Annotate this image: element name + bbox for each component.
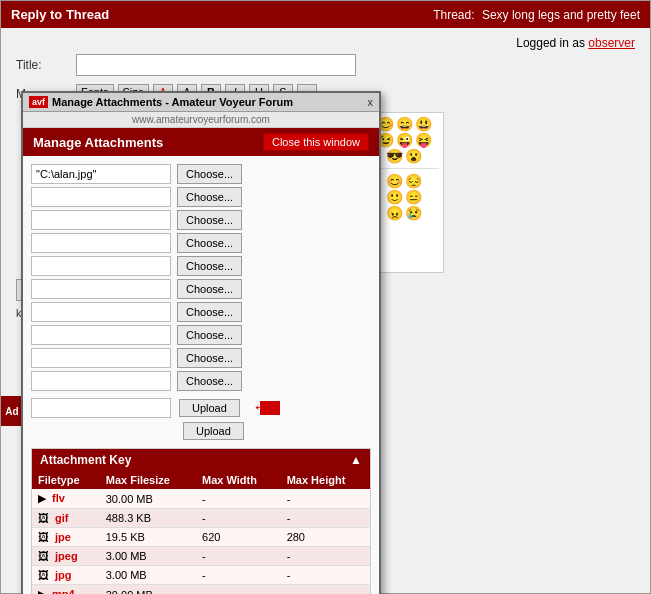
width-cell: - [196,547,281,566]
upload-button[interactable]: Upload [179,399,240,417]
modal-body: Choose... Choose... Choose... Choose... [23,156,379,594]
attachment-key-header: Attachment Key ▲ [32,449,370,471]
attachment-key: Attachment Key ▲ Filetype Max Filesize M… [31,448,371,594]
table-row: ▶ mp4 30.00 MB - - [32,585,370,595]
emoji-12[interactable]: 😑 [405,190,422,204]
attachment-input-6[interactable] [31,279,171,299]
modal-subtitle: www.amateurvoyeurforum.com [23,112,379,128]
choose-button-3[interactable]: Choose... [177,210,242,230]
modal-title: Manage Attachments - Amateur Voyeur Foru… [52,96,293,108]
width-cell: - [196,509,281,528]
emoji-8[interactable]: 😮 [405,149,422,163]
attachment-row-9: Choose... [31,348,371,368]
table-row: 🖼 jpe 19.5 KB 620 280 [32,528,370,547]
choose-button-6[interactable]: Choose... [177,279,242,299]
main-header: Reply to Thread Thread: Sexy long legs a… [1,1,650,28]
title-input[interactable] [76,54,356,76]
filetype-cell: ▶ mp4 [32,585,100,595]
login-info: Logged in as observer [16,36,635,50]
height-cell: - [281,566,370,585]
height-cell: 280 [281,528,370,547]
emoji-2[interactable]: 😄 [396,117,413,131]
attachment-input-8[interactable] [31,325,171,345]
close-window-button[interactable]: Close this window [263,133,369,151]
height-cell: - [281,547,370,566]
col-filesize: Max Filesize [100,471,196,489]
emoji-13[interactable]: 😠 [386,206,403,220]
attachment-input-1[interactable] [31,164,171,184]
filetype-link[interactable]: flv [52,492,65,504]
table-row: 🖼 jpeg 3.00 MB - - [32,547,370,566]
thread-info: Thread: Sexy long legs and pretty feet [433,8,640,22]
filesize-cell: 19.5 KB [100,528,196,547]
col-height: Max Height [281,471,370,489]
title-label: Title: [16,58,76,72]
filesize-cell: 30.00 MB [100,489,196,509]
username-link[interactable]: observer [588,36,635,50]
manage-attachments-modal: avf Manage Attachments - Amateur Voyeur … [21,91,381,594]
emoji-7[interactable]: 😎 [386,149,403,163]
attachment-input-9[interactable] [31,348,171,368]
filesize-cell: 30.00 MB [100,585,196,595]
emoji-9[interactable]: 😊 [386,174,403,188]
filetype-link[interactable]: mp4 [52,588,75,594]
emoji-14[interactable]: 😢 [405,206,422,220]
attachment-input-3[interactable] [31,210,171,230]
table-row: 🖼 jpg 3.00 MB - - [32,566,370,585]
filetype-cell: 🖼 gif [32,509,100,528]
upload-button-2[interactable]: Upload [183,422,244,440]
choose-button-4[interactable]: Choose... [177,233,242,253]
choose-button-9[interactable]: Choose... [177,348,242,368]
main-window: Reply to Thread Thread: Sexy long legs a… [0,0,651,594]
attachment-row-2: Choose... [31,187,371,207]
title-row: Title: [16,54,635,76]
modal-titlebar: avf Manage Attachments - Amateur Voyeur … [23,93,379,112]
modal-header: Manage Attachments Close this window [23,128,379,156]
choose-button-2[interactable]: Choose... [177,187,242,207]
upload-area: Upload ← [31,397,371,418]
emoji-10[interactable]: 😔 [405,174,422,188]
attachment-row-5: Choose... [31,256,371,276]
filetype-link[interactable]: jpeg [55,550,78,562]
modal-close-x[interactable]: x [368,96,374,108]
attachment-input-5[interactable] [31,256,171,276]
modal-logo: avf [29,96,48,108]
filesize-cell: 3.00 MB [100,566,196,585]
modal-header-title: Manage Attachments [33,135,163,150]
attachment-input-4[interactable] [31,233,171,253]
filetype-cell: ▶ flv [32,489,100,509]
emoji-11[interactable]: 🙂 [386,190,403,204]
modal-titlebar-left: avf Manage Attachments - Amateur Voyeur … [29,96,293,108]
emoji-5[interactable]: 😜 [396,133,413,147]
filetype-cell: 🖼 jpg [32,566,100,585]
attachment-row-8: Choose... [31,325,371,345]
width-cell: 620 [196,528,281,547]
filetype-link[interactable]: jpe [55,531,71,543]
attachment-row-4: Choose... [31,233,371,253]
filetype-link[interactable]: jpg [55,569,72,581]
choose-button-1[interactable]: Choose... [177,164,242,184]
attachment-input-2[interactable] [31,187,171,207]
choose-button-8[interactable]: Choose... [177,325,242,345]
choose-button-5[interactable]: Choose... [177,256,242,276]
attachment-input-7[interactable] [31,302,171,322]
attachment-row-1: Choose... [31,164,371,184]
table-row: ▶ flv 30.00 MB - - [32,489,370,509]
attachment-row-7: Choose... [31,302,371,322]
width-cell: - [196,566,281,585]
attachment-row-10: Choose... [31,371,371,391]
choose-button-10[interactable]: Choose... [177,371,242,391]
upload-btn-row-2: Upload [183,422,371,440]
choose-button-7[interactable]: Choose... [177,302,242,322]
filetype-link[interactable]: gif [55,512,68,524]
height-cell: - [281,489,370,509]
attachment-table: Filetype Max Filesize Max Width Max Heig… [32,471,370,594]
col-filetype: Filetype [32,471,100,489]
attachment-key-arrow: ▲ [350,453,362,467]
emoji-3[interactable]: 😃 [415,117,432,131]
upload-input[interactable] [31,398,171,418]
attachment-rows: Choose... Choose... Choose... Choose... [31,164,371,391]
ad-bar: Ad [1,396,23,426]
attachment-input-10[interactable] [31,371,171,391]
emoji-6[interactable]: 😝 [415,133,432,147]
